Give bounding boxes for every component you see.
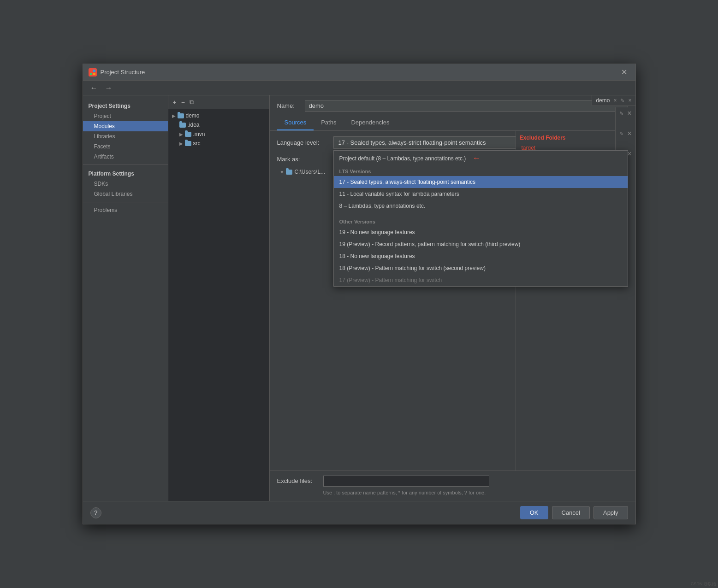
module-tree-content: ▶ demo .idea ▶ .mvn ▶ src [168, 109, 269, 501]
selected-value: 17 - Sealed types, always-strict floatin… [338, 139, 486, 146]
sidebar-divider-2 [83, 202, 168, 202]
nav-bar: ← → [83, 81, 635, 95]
ok-button[interactable]: OK [520, 506, 548, 519]
exclude-hint: Use ; to separate name patterns, * for a… [277, 489, 628, 496]
collapse-icon: ▼ [280, 170, 285, 175]
language-level-popup: Project default (8 – Lambdas, type annot… [333, 150, 628, 287]
dropdown-item-19[interactable]: 19 - No new language features [334, 226, 628, 238]
exclude-files-row: Exclude files: [277, 476, 628, 487]
sidebar: Project Settings Project Modules Librari… [83, 95, 168, 501]
dropdown-item-project-default[interactable]: Project default (8 – Lambdas, type annot… [334, 151, 628, 166]
tree-item-mvn[interactable]: ▶ .mvn [168, 129, 269, 139]
sidebar-item-global-libraries[interactable]: Global Libraries [83, 189, 168, 199]
panel-body: Language level: 17 - Sealed types, alway… [270, 131, 635, 470]
sidebar-item-modules[interactable]: Modules [83, 121, 168, 131]
remove-icon-4[interactable]: × [627, 150, 631, 158]
chevron-icon: ▶ [172, 113, 176, 118]
dropdown-item-11[interactable]: 11 - Local variable syntax for lambda pa… [334, 188, 628, 200]
sidebar-divider [83, 165, 168, 165]
name-row: Name: [270, 95, 635, 115]
sidebar-item-artifacts[interactable]: Artifacts [83, 152, 168, 162]
project-settings-label: Project Settings [83, 100, 168, 111]
svg-rect-1 [93, 70, 95, 72]
name-label: Name: [277, 102, 300, 109]
exclude-files-label: Exclude files: [277, 477, 319, 484]
tree-item-idea[interactable]: .idea [168, 120, 269, 129]
tab-dependencies[interactable]: Dependencies [344, 115, 397, 130]
main-content: Project Settings Project Modules Librari… [83, 95, 635, 501]
help-button[interactable]: ? [90, 507, 101, 518]
remove-icon-3[interactable]: × [627, 129, 631, 138]
tree-item-label: src [193, 140, 201, 147]
bottom-section: Exclude files: Use ; to separate name pa… [270, 470, 635, 501]
module-tab-label: demo [596, 97, 610, 104]
dropdown-item-17p[interactable]: 17 (Preview) - Pattern matching for swit… [334, 274, 628, 286]
watermark: CSDN @以始 [691, 581, 716, 587]
path-label: C:\Users\L... [294, 169, 325, 175]
other-section-label: Other Versions [334, 216, 628, 226]
exclude-files-input[interactable] [323, 476, 489, 487]
app-icon [89, 68, 97, 76]
main-panel: Name: demo × ✎ × ✎ × ✎ × ✎ [270, 95, 635, 501]
folder-icon [185, 141, 191, 146]
tree-item-label: .idea [188, 122, 200, 128]
name-input[interactable] [305, 100, 628, 112]
apply-button[interactable]: Apply [593, 506, 628, 519]
tree-item-label: demo [186, 112, 200, 119]
close-button[interactable]: ✕ [618, 67, 630, 77]
dropdown-item-18[interactable]: 18 - No new language features [334, 250, 628, 262]
module-tree-toolbar: + − ⧉ [168, 95, 269, 109]
title-bar: Project Structure ✕ [83, 64, 635, 81]
folder-icon [178, 113, 184, 118]
add-module-button[interactable]: + [172, 98, 178, 107]
forward-button[interactable]: → [103, 83, 114, 93]
edit-icon-3[interactable]: ✎ [619, 131, 623, 137]
chevron-icon: ▶ [179, 141, 183, 146]
dropdown-item-8[interactable]: 8 – Lambdas, type annotations etc. [334, 200, 628, 212]
svg-rect-3 [93, 73, 95, 75]
sidebar-item-libraries[interactable]: Libraries [83, 131, 168, 141]
arrow-indicator: ← [472, 153, 481, 163]
cancel-button[interactable]: Cancel [552, 506, 590, 519]
back-button[interactable]: ← [89, 83, 100, 93]
project-structure-dialog: Project Structure ✕ ← → Project Settings… [83, 64, 636, 524]
module-tab-close[interactable]: × [613, 97, 617, 104]
sidebar-item-problems[interactable]: Problems [83, 205, 168, 215]
tree-item-src[interactable]: ▶ src [168, 139, 269, 148]
project-default-label: Project default (8 – Lambdas, type annot… [339, 155, 466, 162]
edit-icon-1[interactable]: ✎ [620, 98, 624, 104]
sidebar-item-project[interactable]: Project [83, 111, 168, 121]
module-tree: + − ⧉ ▶ demo .idea ▶ .mvn [168, 95, 270, 501]
remove-icon-2[interactable]: × [627, 109, 631, 118]
language-level-label: Language level: [277, 139, 328, 146]
tab-sources[interactable]: Sources [277, 115, 314, 130]
remove-module-button[interactable]: − [180, 98, 186, 107]
remove-icon-1[interactable]: × [628, 97, 631, 104]
svg-rect-0 [90, 70, 92, 72]
dropdown-separator [334, 214, 628, 214]
excluded-folders-title: Excluded Folders [520, 135, 632, 141]
svg-rect-2 [90, 73, 92, 75]
folder-icon [185, 132, 191, 137]
chevron-icon: ▶ [179, 132, 183, 137]
dropdown-item-19p[interactable]: 19 (Preview) - Record patterns, pattern … [334, 238, 628, 250]
mark-as-label: Mark as: [277, 156, 328, 163]
sidebar-item-facets[interactable]: Facets [83, 141, 168, 152]
edit-icon-2[interactable]: ✎ [619, 111, 623, 117]
dropdown-item-17[interactable]: 17 - Sealed types, always-strict floatin… [334, 176, 628, 188]
tree-item-label: .mvn [193, 131, 205, 137]
copy-module-button[interactable]: ⧉ [189, 97, 195, 107]
sidebar-item-sdks[interactable]: SDKs [83, 179, 168, 189]
folder-icon [286, 170, 292, 175]
lts-section-label: LTS Versions [334, 166, 628, 176]
tree-item-demo[interactable]: ▶ demo [168, 111, 269, 120]
tab-paths[interactable]: Paths [314, 115, 344, 130]
dialog-footer: ? OK Cancel Apply [83, 501, 635, 524]
tabs-row: Sources Paths Dependencies [270, 115, 635, 131]
platform-settings-label: Platform Settings [83, 168, 168, 179]
folder-icon [179, 123, 186, 128]
dropdown-item-18p[interactable]: 18 (Preview) - Pattern matching for swit… [334, 262, 628, 274]
dialog-title: Project Structure [101, 69, 618, 76]
